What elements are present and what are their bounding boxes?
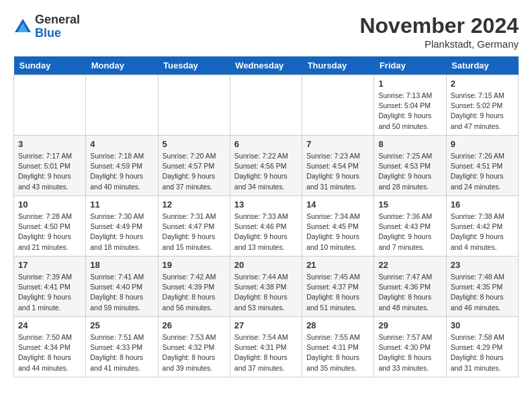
day-number: 27 [234, 320, 298, 330]
day-number: 21 [306, 260, 369, 270]
day-info: Sunrise: 7:20 AM Sunset: 4:57 PM Dayligh… [163, 151, 226, 192]
calendar-cell: 14Sunrise: 7:34 AM Sunset: 4:45 PM Dayli… [302, 196, 374, 257]
location: Plankstadt, Germany [359, 38, 519, 50]
day-info: Sunrise: 7:53 AM Sunset: 4:32 PM Dayligh… [163, 332, 226, 373]
day-number: 15 [378, 199, 441, 210]
calendar-cell: 3Sunrise: 7:17 AM Sunset: 5:01 PM Daylig… [14, 136, 86, 196]
day-info: Sunrise: 7:45 AM Sunset: 4:37 PM Dayligh… [306, 272, 369, 313]
day-number: 4 [90, 139, 153, 149]
calendar-cell [86, 75, 158, 136]
day-number: 25 [90, 320, 153, 330]
day-info: Sunrise: 7:34 AM Sunset: 4:45 PM Dayligh… [306, 212, 369, 253]
calendar-cell: 27Sunrise: 7:54 AM Sunset: 4:31 PM Dayli… [230, 317, 302, 377]
day-info: Sunrise: 7:25 AM Sunset: 4:53 PM Dayligh… [378, 151, 441, 192]
day-number: 9 [451, 139, 514, 149]
day-number: 19 [163, 260, 226, 270]
calendar-cell [14, 75, 86, 136]
calendar-cell: 18Sunrise: 7:41 AM Sunset: 4:40 PM Dayli… [86, 257, 158, 317]
weekday-header-thursday: Thursday [302, 56, 374, 75]
calendar-cell: 29Sunrise: 7:57 AM Sunset: 4:30 PM Dayli… [374, 317, 446, 377]
day-info: Sunrise: 7:38 AM Sunset: 4:42 PM Dayligh… [451, 212, 514, 253]
day-info: Sunrise: 7:30 AM Sunset: 4:49 PM Dayligh… [90, 212, 153, 253]
day-number: 10 [18, 199, 81, 210]
day-number: 2 [451, 79, 514, 89]
day-info: Sunrise: 7:15 AM Sunset: 5:02 PM Dayligh… [451, 91, 514, 132]
calendar-cell: 7Sunrise: 7:23 AM Sunset: 4:54 PM Daylig… [302, 136, 374, 196]
day-number: 14 [306, 199, 369, 210]
day-number: 30 [451, 320, 514, 330]
day-number: 23 [451, 260, 514, 270]
day-info: Sunrise: 7:44 AM Sunset: 4:38 PM Dayligh… [234, 272, 298, 313]
day-number: 3 [18, 139, 81, 149]
logo-general-text: General [35, 13, 80, 27]
day-info: Sunrise: 7:48 AM Sunset: 4:35 PM Dayligh… [451, 272, 514, 313]
day-info: Sunrise: 7:50 AM Sunset: 4:34 PM Dayligh… [18, 332, 81, 373]
day-number: 22 [378, 260, 441, 270]
calendar-cell: 22Sunrise: 7:47 AM Sunset: 4:36 PM Dayli… [374, 257, 446, 317]
day-info: Sunrise: 7:41 AM Sunset: 4:40 PM Dayligh… [90, 272, 153, 313]
weekday-header-wednesday: Wednesday [230, 56, 302, 75]
calendar-cell [230, 75, 302, 136]
day-number: 16 [451, 199, 514, 210]
calendar-cell: 21Sunrise: 7:45 AM Sunset: 4:37 PM Dayli… [302, 257, 374, 317]
day-number: 5 [163, 139, 226, 149]
calendar-cell: 2Sunrise: 7:15 AM Sunset: 5:02 PM Daylig… [446, 75, 518, 136]
calendar-header-row: SundayMondayTuesdayWednesdayThursdayFrid… [14, 56, 519, 75]
day-info: Sunrise: 7:22 AM Sunset: 4:56 PM Dayligh… [234, 151, 298, 192]
day-number: 24 [18, 320, 81, 330]
calendar-cell: 11Sunrise: 7:30 AM Sunset: 4:49 PM Dayli… [86, 196, 158, 257]
day-info: Sunrise: 7:57 AM Sunset: 4:30 PM Dayligh… [378, 332, 441, 373]
day-number: 6 [234, 139, 298, 149]
month-title: November 2024 [359, 13, 519, 38]
calendar-cell: 19Sunrise: 7:42 AM Sunset: 4:39 PM Dayli… [158, 257, 230, 317]
calendar-cell: 8Sunrise: 7:25 AM Sunset: 4:53 PM Daylig… [374, 136, 446, 196]
day-number: 11 [90, 199, 153, 210]
day-info: Sunrise: 7:13 AM Sunset: 5:04 PM Dayligh… [378, 91, 441, 132]
day-info: Sunrise: 7:51 AM Sunset: 4:33 PM Dayligh… [90, 332, 153, 373]
calendar-cell: 25Sunrise: 7:51 AM Sunset: 4:33 PM Dayli… [86, 317, 158, 377]
title-section: November 2024 Plankstadt, Germany [359, 13, 519, 50]
day-number: 7 [306, 139, 369, 149]
day-info: Sunrise: 7:47 AM Sunset: 4:36 PM Dayligh… [378, 272, 441, 313]
calendar-cell: 1Sunrise: 7:13 AM Sunset: 5:04 PM Daylig… [374, 75, 446, 136]
day-info: Sunrise: 7:42 AM Sunset: 4:39 PM Dayligh… [163, 272, 226, 313]
calendar-cell: 6Sunrise: 7:22 AM Sunset: 4:56 PM Daylig… [230, 136, 302, 196]
calendar-cell: 16Sunrise: 7:38 AM Sunset: 4:42 PM Dayli… [446, 196, 518, 257]
calendar-cell [158, 75, 230, 136]
weekday-header-monday: Monday [86, 56, 158, 75]
weekday-header-sunday: Sunday [14, 56, 86, 75]
day-info: Sunrise: 7:26 AM Sunset: 4:51 PM Dayligh… [451, 151, 514, 192]
day-number: 26 [163, 320, 226, 330]
calendar-cell [302, 75, 374, 136]
calendar-cell: 30Sunrise: 7:58 AM Sunset: 4:29 PM Dayli… [446, 317, 518, 377]
calendar-week-1: 1Sunrise: 7:13 AM Sunset: 5:04 PM Daylig… [14, 75, 519, 136]
page-header: General Blue November 2024 Plankstadt, G… [13, 13, 519, 50]
day-number: 20 [234, 260, 298, 270]
calendar-cell: 10Sunrise: 7:28 AM Sunset: 4:50 PM Dayli… [14, 196, 86, 257]
calendar-week-4: 17Sunrise: 7:39 AM Sunset: 4:41 PM Dayli… [14, 257, 519, 317]
calendar-week-2: 3Sunrise: 7:17 AM Sunset: 5:01 PM Daylig… [14, 136, 519, 196]
calendar-cell: 26Sunrise: 7:53 AM Sunset: 4:32 PM Dayli… [158, 317, 230, 377]
day-info: Sunrise: 7:28 AM Sunset: 4:50 PM Dayligh… [18, 212, 81, 253]
logo: General Blue [13, 13, 80, 40]
day-number: 8 [378, 139, 441, 149]
calendar-cell: 20Sunrise: 7:44 AM Sunset: 4:38 PM Dayli… [230, 257, 302, 317]
calendar-cell: 24Sunrise: 7:50 AM Sunset: 4:34 PM Dayli… [14, 317, 86, 377]
day-number: 18 [90, 260, 153, 270]
day-info: Sunrise: 7:54 AM Sunset: 4:31 PM Dayligh… [234, 332, 298, 373]
day-number: 12 [163, 199, 226, 210]
calendar-cell: 15Sunrise: 7:36 AM Sunset: 4:43 PM Dayli… [374, 196, 446, 257]
calendar-cell: 4Sunrise: 7:18 AM Sunset: 4:59 PM Daylig… [86, 136, 158, 196]
calendar-cell: 9Sunrise: 7:26 AM Sunset: 4:51 PM Daylig… [446, 136, 518, 196]
calendar-week-5: 24Sunrise: 7:50 AM Sunset: 4:34 PM Dayli… [14, 317, 519, 377]
day-info: Sunrise: 7:36 AM Sunset: 4:43 PM Dayligh… [378, 212, 441, 253]
weekday-header-friday: Friday [374, 56, 446, 75]
day-number: 29 [378, 320, 441, 330]
logo-blue-text: Blue [35, 27, 80, 40]
calendar-cell: 5Sunrise: 7:20 AM Sunset: 4:57 PM Daylig… [158, 136, 230, 196]
day-info: Sunrise: 7:33 AM Sunset: 4:46 PM Dayligh… [234, 212, 298, 253]
day-info: Sunrise: 7:18 AM Sunset: 4:59 PM Dayligh… [90, 151, 153, 192]
day-info: Sunrise: 7:23 AM Sunset: 4:54 PM Dayligh… [306, 151, 369, 192]
calendar-cell: 17Sunrise: 7:39 AM Sunset: 4:41 PM Dayli… [14, 257, 86, 317]
day-info: Sunrise: 7:39 AM Sunset: 4:41 PM Dayligh… [18, 272, 81, 313]
